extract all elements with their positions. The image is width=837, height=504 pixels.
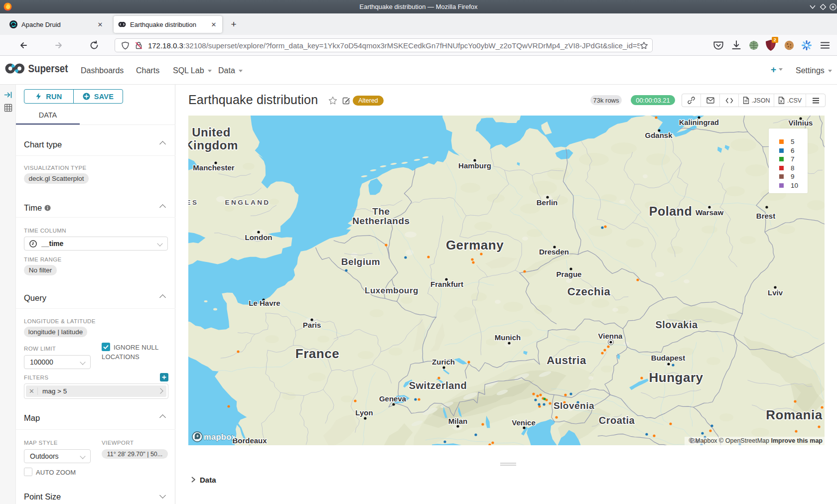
svg-text:ENGLAND: ENGLAND bbox=[225, 199, 270, 206]
svg-text:Brest: Brest bbox=[756, 212, 775, 220]
svg-text:Berlin: Berlin bbox=[537, 198, 558, 207]
svg-text:The: The bbox=[372, 206, 390, 217]
svg-text:Milan: Milan bbox=[448, 417, 467, 425]
svg-text:Lyon: Lyon bbox=[355, 408, 373, 417]
svg-text:Switzerland: Switzerland bbox=[409, 380, 467, 391]
svg-text:Slovenia: Slovenia bbox=[554, 400, 594, 411]
svg-text:mapbox: mapbox bbox=[204, 432, 235, 441]
svg-text:Lviv: Lviv bbox=[768, 288, 783, 297]
svg-text:Kaliningrad: Kaliningrad bbox=[679, 119, 719, 126]
svg-text:Vienna: Vienna bbox=[598, 332, 623, 340]
svg-text:Austria: Austria bbox=[547, 354, 586, 367]
svg-text:France: France bbox=[295, 346, 339, 361]
svg-text:Frankfurt: Frankfurt bbox=[430, 280, 463, 288]
svg-text:Bordeaux: Bordeaux bbox=[232, 436, 267, 445]
svg-text:Warsaw: Warsaw bbox=[696, 208, 723, 217]
svg-text:Belgium: Belgium bbox=[341, 256, 380, 267]
svg-text:Manchester: Manchester bbox=[193, 163, 235, 172]
svg-text:Germany: Germany bbox=[446, 238, 504, 252]
svg-text:Hungary: Hungary bbox=[649, 370, 703, 385]
svg-text:Poland: Poland bbox=[649, 204, 692, 218]
svg-text:Czechia: Czechia bbox=[567, 285, 611, 298]
svg-text:London: London bbox=[245, 233, 273, 242]
svg-text:Zurich: Zurich bbox=[432, 358, 455, 366]
svg-text:Hamburg: Hamburg bbox=[458, 161, 491, 170]
svg-text:Gdansk: Gdansk bbox=[645, 131, 673, 139]
svg-text:United: United bbox=[192, 126, 231, 139]
svg-text:Dresden: Dresden bbox=[539, 248, 569, 256]
svg-text:Croatia: Croatia bbox=[599, 415, 635, 426]
svg-text:Vilnius: Vilnius bbox=[789, 119, 813, 127]
svg-text:Slovakia: Slovakia bbox=[655, 319, 698, 330]
svg-text:Le Havre: Le Havre bbox=[249, 299, 280, 307]
svg-text:Romania: Romania bbox=[766, 407, 822, 422]
svg-text:Budapest: Budapest bbox=[651, 354, 685, 362]
svg-text:Superset: Superset bbox=[28, 63, 68, 74]
svg-text:ES: ES bbox=[188, 199, 199, 206]
svg-text:Prague: Prague bbox=[557, 270, 582, 278]
svg-text:Luxembourg: Luxembourg bbox=[365, 286, 418, 295]
svg-text:Paris: Paris bbox=[303, 321, 321, 329]
svg-text:Geneva: Geneva bbox=[379, 394, 407, 403]
svg-text:Munich: Munich bbox=[495, 333, 521, 342]
svg-text:Venice: Venice bbox=[512, 418, 536, 427]
svg-text:Netherlands: Netherlands bbox=[352, 216, 410, 226]
svg-text:Kingdom: Kingdom bbox=[188, 138, 238, 152]
